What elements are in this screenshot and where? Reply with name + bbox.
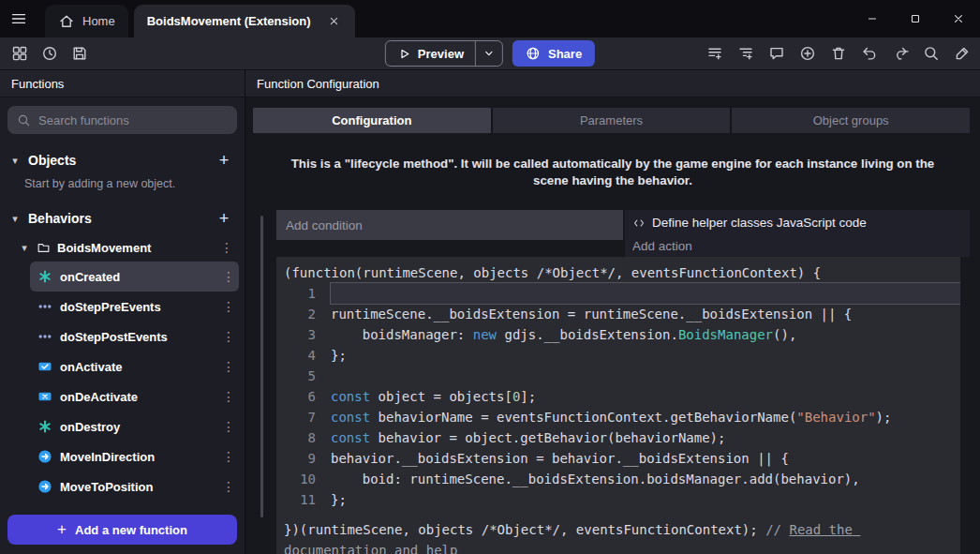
code-line: 1 (276, 283, 960, 304)
code-token: ]; (520, 389, 536, 404)
function-label: onDeActivate (60, 390, 213, 404)
project-manager-icon[interactable] (7, 41, 32, 66)
group-menu-icon[interactable]: ⋮ (218, 240, 235, 255)
fn-destroy-icon (37, 419, 52, 434)
tab-close-icon[interactable] (325, 13, 342, 30)
search-icon[interactable] (919, 41, 943, 66)
code-line: 11}; (276, 489, 960, 510)
minimize-icon[interactable] (851, 0, 894, 37)
code-line: (function(runtimeScene, objects /*Object… (276, 262, 960, 283)
item-menu-icon[interactable]: ⋮ (220, 389, 237, 404)
sidebar-item-dosteppostevents[interactable]: doStepPostEvents⋮ (30, 322, 239, 352)
add-subevent-icon[interactable] (734, 41, 758, 66)
tab-object-groups[interactable]: Object groups (732, 108, 970, 133)
code-token: runtimeScene.__boidsExtension = runtimeS… (331, 307, 852, 322)
code-token: })(runtimeScene, objects /*Object*/, eve… (284, 522, 765, 537)
code-token: "Behavior" (796, 410, 875, 425)
maximize-icon[interactable] (894, 0, 937, 37)
item-menu-icon[interactable]: ⋮ (220, 479, 237, 494)
search-functions-input[interactable] (38, 113, 228, 127)
item-menu-icon[interactable]: ⋮ (220, 419, 237, 434)
behavior-group-boidsmovement[interactable]: ▾ BoidsMovement ⋮ (0, 233, 245, 262)
code-text: behavior.__boidsExtension = behavior.__b… (331, 448, 960, 469)
fn-move-icon (37, 449, 52, 464)
tab-home[interactable]: Home (45, 5, 128, 37)
code-spacer (276, 510, 960, 519)
line-number: 2 (276, 304, 331, 324)
function-label: MoveInDirection (60, 450, 213, 464)
item-menu-icon[interactable]: ⋮ (220, 329, 237, 344)
save-icon[interactable] (67, 41, 92, 66)
function-label: doStepPreEvents (60, 300, 213, 314)
item-menu-icon[interactable]: ⋮ (220, 299, 237, 314)
preview-button[interactable]: Preview (385, 40, 503, 67)
line-number: 4 (276, 345, 331, 366)
add-function-label: Add a new function (75, 523, 187, 537)
code-token: boidsManager: (331, 327, 473, 342)
chevron-down-icon: ▾ (9, 155, 21, 167)
fn-activate-icon (37, 359, 52, 374)
sidebar-item-oncreated[interactable]: onCreated⋮ (30, 262, 239, 292)
sidebar-item-onactivate[interactable]: onActivate⋮ (30, 352, 239, 382)
line-number: 7 (276, 407, 331, 427)
add-event-icon[interactable] (703, 41, 727, 66)
line-number: 10 (276, 469, 331, 489)
search-box (7, 106, 237, 134)
code-text: (function(runtimeScene, objects /*Object… (284, 262, 960, 283)
code-line: 10 boid: runtimeScene.__boidsExtension.b… (276, 469, 960, 489)
sidebar-item-movetoposition[interactable]: MoveToPosition⋮ (30, 472, 239, 502)
code-token: behaviorName = eventsFunctionContext.get… (370, 410, 796, 425)
sidebar-item-moveindirection[interactable]: MoveInDirection⋮ (30, 442, 239, 472)
item-menu-icon[interactable]: ⋮ (220, 359, 237, 374)
undo-icon[interactable] (857, 41, 882, 66)
hamburger-icon (10, 10, 27, 27)
sidebar-item-dosteppreevents[interactable]: doStepPreEvents⋮ (30, 292, 239, 322)
function-label: MoveToPosition (60, 480, 213, 494)
event-actions: Define helper classes JavaScript code Ad… (625, 210, 970, 257)
app-window: Home BoidsMovement (Extension) Preview S… (0, 0, 980, 554)
fn-created-icon (37, 269, 52, 284)
add-behavior-button[interactable]: + (213, 207, 235, 230)
objects-section-header[interactable]: ▾ Objects + (0, 145, 245, 175)
tab-parameters[interactable]: Parameters (493, 108, 731, 133)
tab-label: Configuration (332, 113, 411, 127)
objects-section-label: Objects (28, 153, 205, 168)
sidebar-item-ondestroy[interactable]: onDestroy⋮ (30, 412, 239, 442)
add-comment-icon[interactable] (765, 41, 789, 66)
line-number: 9 (276, 448, 331, 469)
tab-boidsmovement-extension[interactable]: BoidsMovement (Extension) (134, 5, 356, 37)
tab-configuration[interactable]: Configuration (253, 108, 491, 133)
tab-label: Object groups (813, 113, 889, 127)
events-scrollbar[interactable] (260, 216, 263, 517)
line-number: 5 (276, 366, 331, 386)
toolbar-right-icons (703, 41, 974, 66)
trash-icon[interactable] (826, 41, 851, 66)
function-label: doStepPostEvents (60, 330, 213, 344)
close-icon[interactable] (937, 0, 980, 37)
add-action-button[interactable]: Add action (625, 235, 970, 257)
item-menu-icon[interactable]: ⋮ (220, 449, 237, 464)
code-token: behavior = object.getBehavior(behaviorNa… (370, 430, 725, 445)
hamburger-menu-button[interactable] (0, 0, 37, 37)
add-condition-button[interactable]: Add condition (276, 210, 623, 240)
code-line: 8const behavior = object.getBehavior(beh… (276, 427, 960, 448)
share-button[interactable]: Share (512, 40, 595, 67)
code-text: })(runtimeScene, objects /*Object*/, eve… (284, 519, 960, 554)
chevron-down-icon: ▾ (9, 213, 21, 225)
fn-move-icon (37, 479, 52, 494)
theme-brush-icon[interactable] (950, 41, 974, 66)
code-line: 6const object = objects[0]; (276, 386, 960, 407)
line-number: 8 (276, 427, 331, 448)
add-circle-icon[interactable] (795, 41, 820, 66)
preview-dropdown-button[interactable] (476, 41, 502, 66)
item-menu-icon[interactable]: ⋮ (220, 269, 237, 284)
redo-icon[interactable] (888, 41, 913, 66)
history-icon[interactable] (37, 41, 62, 66)
code-editor[interactable]: (function(runtimeScene, objects /*Object… (276, 257, 960, 554)
sidebar-item-ondeactivate[interactable]: onDeActivate⋮ (30, 382, 239, 412)
behaviors-section-header[interactable]: ▾ Behaviors + (0, 203, 245, 233)
js-code-action[interactable]: Define helper classes JavaScript code (625, 210, 970, 235)
add-function-button[interactable]: + Add a new function (7, 515, 237, 545)
add-object-button[interactable]: + (213, 149, 235, 172)
code-line: 9behavior.__boidsExtension = behavior.__… (276, 448, 960, 469)
